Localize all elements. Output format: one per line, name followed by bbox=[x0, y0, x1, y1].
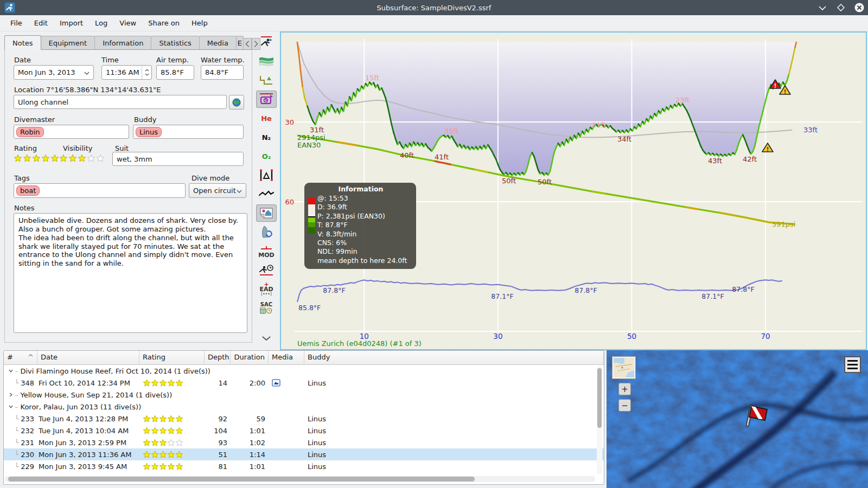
dive-rating bbox=[139, 439, 205, 447]
star-icon bbox=[167, 439, 175, 447]
ruler-button[interactable] bbox=[256, 166, 277, 184]
dive-profile-chart[interactable]: 30601030507031ft15ft40ft41ft35ft50ft50ft… bbox=[280, 31, 867, 350]
tissues-button[interactable] bbox=[256, 223, 277, 241]
tags-input[interactable]: boat bbox=[14, 183, 186, 198]
menu-share-on[interactable]: Share on bbox=[142, 17, 186, 29]
map-zoom-in-button[interactable]: + bbox=[618, 383, 631, 395]
trip-row[interactable]: –Koror, Palau, Jun 2013 (11 dive(s)) bbox=[4, 401, 604, 413]
maximize-button[interactable] bbox=[835, 2, 846, 13]
ead-button[interactable]: +EAD(•••) bbox=[256, 280, 277, 298]
collapse-chevron-icon[interactable] bbox=[8, 392, 14, 397]
dive-row-348[interactable]: └348Fri Oct 10, 2014 12:34 PM142:00Linus bbox=[4, 377, 604, 389]
tab-scroll-left[interactable] bbox=[243, 38, 252, 50]
toolbar-scroll-down-button[interactable] bbox=[256, 330, 277, 347]
column-header-buddy[interactable]: Buddy bbox=[304, 351, 604, 364]
column-header-rating[interactable]: Rating bbox=[139, 351, 205, 364]
tab-media[interactable]: Media bbox=[199, 36, 237, 50]
column-header-num[interactable]: # ^ bbox=[4, 351, 37, 364]
column-header-depth[interactable]: Depth bbox=[205, 351, 231, 364]
pn-helium-button[interactable]: He bbox=[256, 110, 277, 127]
svg-text:591psi: 591psi bbox=[772, 220, 795, 228]
rating-stars[interactable] bbox=[14, 154, 59, 163]
divemaster-input[interactable]: Robin bbox=[14, 125, 129, 139]
menu-help[interactable]: Help bbox=[186, 17, 214, 29]
dive-mode-select[interactable]: Open circuit bbox=[189, 183, 246, 198]
star-icon bbox=[175, 379, 183, 387]
ead-icon: EAD bbox=[259, 287, 273, 292]
dive-buddy: Linus bbox=[304, 415, 604, 423]
pn-nitrogen-button[interactable]: N₂ bbox=[256, 129, 277, 146]
expand-chevron-icon[interactable] bbox=[8, 368, 14, 374]
dive-map[interactable]: + − bbox=[607, 350, 868, 488]
menu-view[interactable]: View bbox=[113, 17, 142, 29]
ceiling-button[interactable] bbox=[256, 53, 277, 70]
profile-toolbar: He N₂ O₂ MOD +EAD(•••) SAC bbox=[254, 33, 279, 347]
menu-file[interactable]: File bbox=[4, 17, 28, 29]
tab-statistics[interactable]: Statistics bbox=[151, 36, 199, 50]
calculated-ceiling-button[interactable] bbox=[256, 72, 277, 89]
minimap[interactable] bbox=[612, 357, 635, 378]
map-zoom-out-button[interactable]: − bbox=[618, 399, 631, 412]
dive-date: Mon Jun 3, 2013 9:45 AM bbox=[37, 463, 139, 471]
profile-swimmer-button[interactable] bbox=[256, 34, 277, 51]
sac-button[interactable]: SAC bbox=[256, 299, 277, 317]
dive-list-header[interactable]: # ^DateRatingDepthDurationMediaBuddy bbox=[4, 351, 604, 365]
menu-edit[interactable]: Edit bbox=[28, 17, 54, 29]
svg-text:50: 50 bbox=[627, 332, 636, 341]
column-header-media[interactable]: Media bbox=[269, 351, 304, 364]
tab-equipment[interactable]: Equipment bbox=[41, 36, 95, 50]
tab-notes[interactable]: Notes bbox=[4, 35, 41, 50]
notes-label: Notes bbox=[14, 204, 35, 212]
menu-import[interactable]: Import bbox=[54, 17, 89, 29]
dive-computer-button[interactable] bbox=[256, 91, 277, 108]
chevron-down-icon bbox=[261, 336, 271, 341]
map-menu-button[interactable] bbox=[844, 356, 861, 373]
dive-list-hscrollbar[interactable] bbox=[5, 476, 595, 482]
star-icon bbox=[151, 463, 159, 471]
media-icon[interactable] bbox=[272, 379, 280, 387]
buddy-input[interactable]: Linus bbox=[133, 125, 244, 139]
tab-information[interactable]: Information bbox=[94, 36, 151, 50]
water-temp-input[interactable]: 84.8°F bbox=[201, 65, 244, 80]
dive-list-vscrollbar[interactable] bbox=[597, 366, 602, 474]
close-button[interactable] bbox=[854, 2, 865, 13]
svg-text:87.1°F: 87.1°F bbox=[701, 292, 724, 300]
time-spinner[interactable] bbox=[142, 66, 151, 79]
svg-text:33ft: 33ft bbox=[803, 126, 818, 134]
dive-row-233[interactable]: └233Tue Jun 4, 2013 12:28 PM9259Linus bbox=[4, 413, 604, 425]
ndl-tts-button[interactable] bbox=[256, 261, 277, 279]
divemaster-tag[interactable]: Robin bbox=[16, 127, 44, 137]
pn-oxygen-button[interactable]: O₂ bbox=[256, 147, 277, 165]
tag-pill[interactable]: boat bbox=[16, 185, 40, 196]
star-icon bbox=[167, 379, 175, 387]
mod-button[interactable]: MOD bbox=[256, 242, 277, 260]
dive-row-232[interactable]: └232Tue Jun 4, 2013 10:04 AM1041:01Linus bbox=[4, 425, 604, 436]
expand-chevron-icon[interactable] bbox=[8, 404, 14, 409]
visibility-stars[interactable] bbox=[59, 154, 105, 163]
column-header-date[interactable]: Date bbox=[37, 351, 139, 364]
dive-row-231[interactable]: └231Mon Jun 3, 2013 2:59 PM931:02Linus bbox=[4, 436, 604, 448]
trip-row[interactable]: –Yellow House, Sun Sep 21, 2014 (1 dive(… bbox=[4, 389, 604, 401]
tags-label: Tags bbox=[14, 174, 30, 182]
info-box-colorbar bbox=[308, 197, 315, 234]
svg-text:34ft: 34ft bbox=[617, 135, 631, 143]
dive-row-229[interactable]: └229Mon Jun 3, 2013 9:45 AM811:01Linus bbox=[4, 460, 604, 472]
heart-rate-button[interactable] bbox=[256, 185, 277, 203]
notes-textarea[interactable]: Unbelievable dive. Dozens and dozens of … bbox=[14, 213, 247, 333]
location-input[interactable]: Ulong channel bbox=[14, 95, 227, 109]
location-globe-button[interactable] bbox=[229, 95, 244, 110]
menu-log[interactable]: Log bbox=[89, 17, 113, 29]
star-icon bbox=[167, 463, 175, 471]
trip-row[interactable]: –Divi Flamingo House Reef, Fri Oct 10, 2… bbox=[4, 365, 604, 377]
time-input[interactable]: 11:36 AM bbox=[101, 65, 152, 80]
dive-row-230[interactable]: └230Mon Jun 3, 2013 11:36 AM511:14Linus bbox=[4, 448, 604, 460]
photos-button[interactable] bbox=[256, 204, 277, 222]
date-input[interactable]: Mon Jun 3, 2013 bbox=[14, 65, 94, 80]
suit-input[interactable]: wet, 3mm bbox=[112, 152, 244, 166]
minimize-button[interactable] bbox=[817, 2, 828, 13]
tab-e[interactable]: E bbox=[236, 36, 244, 50]
photos-icon bbox=[259, 207, 274, 220]
column-header-duration[interactable]: Duration bbox=[231, 351, 269, 364]
air-temp-input[interactable]: 85.8°F bbox=[156, 65, 194, 80]
buddy-tag[interactable]: Linus bbox=[136, 127, 162, 137]
